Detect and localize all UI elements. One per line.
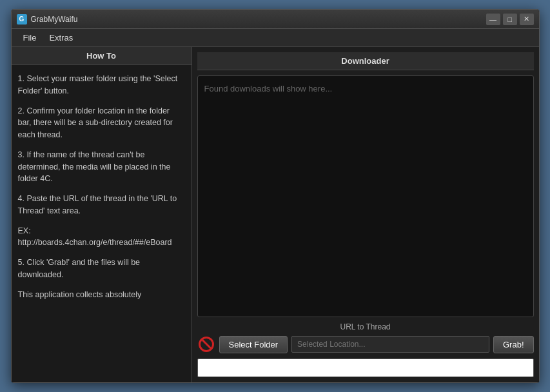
title-bar: G GrabMyWaifu — □ ✕ xyxy=(12,10,539,29)
step-note: This application collects absolutely xyxy=(18,289,185,301)
step-2: 2. Confirm your folder location in the f… xyxy=(18,105,185,141)
step-1: 1. Select your master folder using the '… xyxy=(18,73,185,97)
folder-row: Select Folder Grab! xyxy=(197,335,534,353)
no-icon xyxy=(197,335,215,353)
menu-extras[interactable]: Extras xyxy=(43,30,79,45)
minimize-button[interactable]: — xyxy=(486,14,500,25)
step-5: 5. Click 'Grab!' and the files will be d… xyxy=(18,257,185,281)
how-to-header: How To xyxy=(12,47,192,65)
close-button[interactable]: ✕ xyxy=(520,14,534,25)
step-4: 4. Paste the URL of the thread in the 'U… xyxy=(18,193,185,217)
right-panel: Downloader Found downloads will show her… xyxy=(192,47,539,382)
download-placeholder: Found downloads will show here... xyxy=(204,84,333,93)
window-title: GrabMyWaifu xyxy=(31,15,486,24)
app-icon: G xyxy=(17,14,27,24)
location-input[interactable] xyxy=(291,336,489,353)
window-controls: — □ ✕ xyxy=(486,14,534,25)
main-content: How To 1. Select your master folder usin… xyxy=(12,47,539,382)
select-folder-button[interactable]: Select Folder xyxy=(219,336,288,353)
step-3: 3. If the name of the thread can't be de… xyxy=(18,149,185,185)
grab-button[interactable]: Grab! xyxy=(493,336,534,353)
menu-file[interactable]: File xyxy=(17,30,43,45)
downloader-header: Downloader xyxy=(197,52,534,70)
how-to-text: 1. Select your master folder using the '… xyxy=(18,73,185,300)
maximize-button[interactable]: □ xyxy=(503,14,517,25)
download-area: Found downloads will show here... xyxy=(197,75,534,317)
left-panel: How To 1. Select your master folder usin… xyxy=(12,47,192,382)
how-to-content: 1. Select your master folder using the '… xyxy=(12,65,192,382)
url-input[interactable] xyxy=(197,358,534,377)
menu-bar: File Extras xyxy=(12,29,539,47)
cancel-icon xyxy=(199,337,214,352)
step-ex: EX: http://boards.4chan.org/e/thread/##/… xyxy=(18,225,185,250)
main-window: G GrabMyWaifu — □ ✕ File Extras How To 1… xyxy=(11,9,540,383)
url-label: URL to Thread xyxy=(197,322,534,331)
